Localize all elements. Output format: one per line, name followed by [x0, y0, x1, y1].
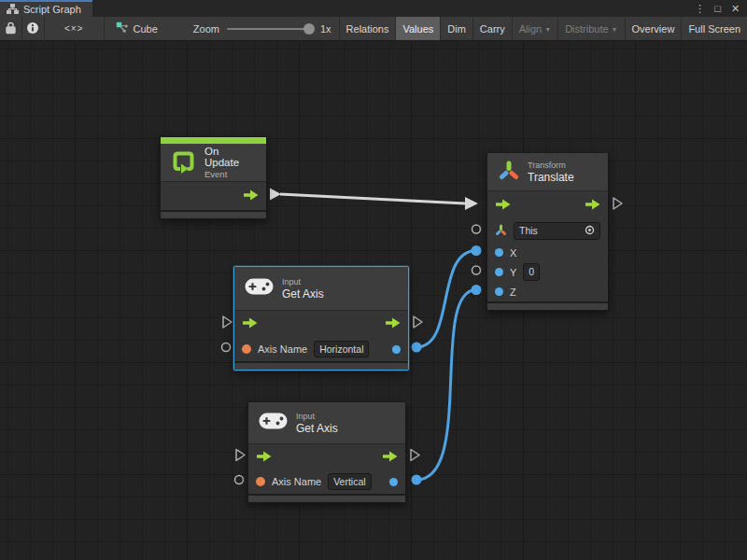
transform-axis-icon	[498, 160, 519, 185]
this-port-row: This	[487, 219, 608, 243]
carry-button[interactable]: Carry	[472, 17, 512, 40]
tab-bar: Script Graph ⋮ □ ✕	[0, 0, 747, 17]
axis-name-label: Axis Name	[258, 343, 307, 355]
result-value-port[interactable]	[392, 345, 401, 354]
axis-name-field[interactable]: Horizontal	[314, 341, 369, 358]
zoom-slider-handle[interactable]	[303, 23, 315, 35]
node-category: Transform	[528, 161, 574, 170]
x-port-row: X	[487, 243, 608, 262]
x-value-port[interactable]	[495, 248, 503, 257]
flow-in-port[interactable]	[242, 315, 258, 332]
node-header[interactable]: On Update Event	[161, 144, 266, 181]
lock-button[interactable]	[0, 17, 22, 40]
x-port-label: X	[510, 247, 516, 259]
flow-out-port[interactable]	[585, 197, 600, 214]
gamepad-icon	[259, 413, 288, 433]
tab-title: Script Graph	[23, 4, 81, 15]
node-footer	[234, 361, 408, 370]
z-value-port[interactable]	[495, 287, 503, 296]
node-translate[interactable]: Transform Translate This	[486, 152, 609, 311]
axis-name-string-port[interactable]	[256, 477, 265, 486]
node-category: Input	[282, 277, 324, 287]
zoom-control: Zoom 1x	[167, 17, 339, 40]
node-get-axis-horizontal[interactable]: Input Get Axis Axis Name Horizontal	[233, 266, 409, 371]
values-button[interactable]: Values	[395, 17, 440, 40]
this-target-field[interactable]: This	[514, 222, 600, 241]
z-port-row: Z	[487, 282, 608, 301]
node-title: Get Axis	[296, 422, 338, 435]
node-on-update[interactable]: On Update Event	[160, 136, 267, 219]
window-menu-icon[interactable]: ⋮	[693, 1, 707, 16]
fullscreen-button[interactable]: Full Screen	[681, 17, 747, 40]
code-icon: <×>	[64, 23, 84, 34]
relations-button[interactable]: Relations	[339, 17, 396, 40]
node-footer	[487, 301, 608, 310]
flow-in-port[interactable]	[495, 197, 511, 214]
event-accent-bar	[161, 137, 266, 144]
y-value-port[interactable]	[495, 268, 503, 276]
node-title: Translate	[528, 171, 574, 184]
node-footer	[161, 210, 266, 218]
axis-name-string-port[interactable]	[242, 344, 251, 354]
maximize-icon[interactable]: □	[711, 1, 725, 16]
node-title: Get Axis	[282, 287, 324, 301]
object-picker-icon[interactable]	[585, 225, 595, 238]
graph-target[interactable]: Cube	[105, 17, 167, 40]
node-header[interactable]: Transform Translate	[487, 153, 608, 190]
zoom-slider[interactable]	[227, 28, 313, 30]
loop-arrow-icon	[171, 148, 196, 177]
zoom-label: Zoom	[193, 23, 219, 35]
y-port-row: Y 0	[487, 262, 608, 282]
y-port-label: Y	[510, 267, 516, 278]
node-header[interactable]: Input Get Axis	[234, 267, 408, 310]
result-value-port[interactable]	[389, 478, 398, 486]
graph-target-label: Cube	[134, 23, 158, 35]
transform-mini-icon	[495, 223, 507, 240]
node-category: Input	[296, 412, 338, 421]
node-get-axis-vertical[interactable]: Input Get Axis Axis Name Vertical	[247, 401, 406, 503]
axis-name-field[interactable]: Vertical	[328, 473, 371, 491]
flow-out-port[interactable]	[382, 449, 398, 466]
axis-name-label: Axis Name	[272, 476, 321, 487]
graph-toolbar: <×> Cube Zoom 1x Relations Values Dim Ca…	[0, 17, 747, 41]
y-value-field[interactable]: 0	[523, 263, 540, 281]
flow-port-row	[161, 182, 266, 210]
align-dropdown[interactable]: Align ▼	[512, 17, 557, 40]
script-graph-asset-icon	[116, 21, 129, 35]
close-icon[interactable]: ✕	[728, 1, 742, 16]
node-footer	[248, 494, 405, 502]
flow-in-port[interactable]	[256, 449, 272, 466]
flow-port-row	[248, 444, 405, 469]
flow-port-row	[234, 311, 408, 337]
distribute-dropdown[interactable]: Distribute ▼	[557, 17, 624, 40]
node-subtitle: Event	[204, 169, 256, 179]
chevron-down-icon: ▼	[612, 26, 618, 33]
flow-port-row	[487, 191, 608, 219]
z-port-label: Z	[510, 287, 516, 298]
node-title: On Update	[204, 146, 256, 168]
script-graph-window: Script Graph ⋮ □ ✕ <×> Cube	[0, 0, 747, 560]
chevron-down-icon: ▼	[544, 26, 551, 33]
zoom-value: 1x	[320, 23, 331, 35]
graph-hierarchy-icon	[7, 4, 19, 16]
info-button[interactable]	[22, 17, 45, 40]
window-controls: ⋮ □ ✕	[693, 0, 747, 17]
code-view-button[interactable]: <×>	[45, 17, 105, 40]
flow-out-port[interactable]	[385, 315, 401, 332]
axis-name-row: Axis Name Horizontal	[234, 337, 408, 361]
flow-out-port[interactable]	[243, 188, 259, 204]
toolbar-actions: Relations Values Dim Carry Align ▼ Distr…	[339, 17, 747, 40]
dim-button[interactable]: Dim	[440, 17, 472, 40]
axis-name-row: Axis Name Vertical	[248, 469, 405, 494]
gamepad-icon	[245, 278, 274, 299]
info-icon	[26, 21, 39, 36]
overview-button[interactable]: Overview	[625, 17, 682, 40]
lock-icon	[5, 21, 17, 36]
node-header[interactable]: Input Get Axis	[248, 402, 405, 443]
tab-script-graph[interactable]: Script Graph	[0, 0, 92, 17]
